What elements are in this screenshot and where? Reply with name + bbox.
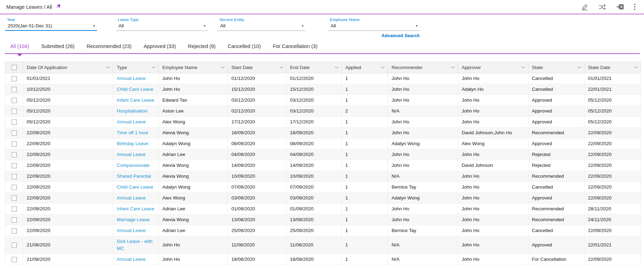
leave-type-link[interactable]: Sick Leave - with MC [117, 239, 152, 251]
leave-type-link[interactable]: Annual Leave [117, 195, 146, 201]
leave-type-link[interactable]: Annual Leave [117, 152, 146, 157]
row-checkbox[interactable] [12, 257, 17, 262]
leave-type-filter-value: All [118, 23, 124, 28]
col-applied[interactable]: Applied [342, 62, 388, 73]
leave-type-link[interactable]: Infant Care Leave [117, 97, 154, 103]
shuffle-icon[interactable] [598, 4, 606, 10]
cell-applied: 1 [342, 204, 388, 215]
leave-type-link[interactable]: Annual Leave [117, 76, 146, 81]
column-menu-icon[interactable] [221, 66, 225, 69]
column-menu-icon[interactable] [279, 66, 283, 69]
cell-state-date: 22/01/2021 [584, 84, 641, 95]
col-approver[interactable]: Approver [458, 62, 528, 73]
cell-end-date: 01/12/2020 [286, 73, 342, 84]
column-menu-icon[interactable] [577, 66, 581, 69]
row-checkbox[interactable] [12, 87, 17, 92]
row-checkbox[interactable] [12, 163, 17, 168]
tab-cancelled[interactable]: Cancelled (10) [227, 40, 261, 53]
chevron-down-icon[interactable]: ▾ [416, 24, 418, 28]
leave-type-link[interactable]: Compassionate [117, 163, 150, 168]
col-state[interactable]: State [528, 62, 584, 73]
cell-start-date: 18/08/2020 [228, 254, 286, 265]
row-checkbox[interactable] [12, 206, 17, 212]
cell-date-of-application: 22/09/2020 [23, 138, 113, 149]
row-checkbox[interactable] [12, 76, 17, 81]
cell-applied: 1 [342, 73, 388, 84]
tab-recommended[interactable]: Recommended (23) [86, 40, 132, 53]
row-checkbox[interactable] [12, 217, 17, 223]
cell-applied: 1 [342, 128, 388, 138]
cell-end-date: 17/12/2020 [286, 117, 342, 128]
row-checkbox[interactable] [12, 243, 17, 248]
leave-type-link[interactable]: Time off 1 hour [117, 130, 148, 135]
table-row: 22/09/2020Annual LeaveAdrian Lee25/09/20… [5, 225, 641, 236]
row-select-cell [5, 193, 23, 204]
row-checkbox[interactable] [12, 174, 17, 179]
chevron-down-icon[interactable]: ▾ [204, 24, 205, 28]
col-start-date[interactable]: Start Date [228, 62, 286, 73]
col-employee-name[interactable]: Employee Name [159, 62, 228, 73]
chevron-down-icon[interactable]: ▾ [93, 24, 95, 28]
row-checkbox[interactable] [12, 109, 17, 114]
row-checkbox[interactable] [12, 196, 17, 201]
row-checkbox[interactable] [12, 130, 17, 136]
chevron-down-icon[interactable]: ▾ [302, 24, 304, 28]
cell-applied: 1 [342, 182, 388, 193]
column-menu-icon[interactable] [451, 66, 455, 69]
row-checkbox[interactable] [12, 98, 17, 103]
leave-type-link[interactable]: Marriage Leave [117, 217, 150, 222]
leave-type-link[interactable]: Shared Parental [117, 174, 151, 179]
cell-start-date: 15/12/2020 [228, 84, 286, 95]
tab-all[interactable]: All (104) [9, 40, 30, 53]
cell-date-of-application: 22/09/2020 [23, 128, 113, 138]
tab-submitted[interactable]: Submitted (26) [40, 40, 75, 53]
col-recommender[interactable]: Recommender [388, 62, 458, 73]
col-state-date[interactable]: State Date [584, 62, 641, 73]
column-menu-icon[interactable] [152, 66, 156, 69]
pin-icon[interactable] [55, 3, 61, 11]
leave-type-link[interactable]: Infant Care Leave [117, 206, 154, 211]
export-to-excel-icon[interactable] [616, 4, 624, 10]
col-end-date[interactable]: End Date [286, 62, 342, 73]
column-menu-icon[interactable] [381, 66, 385, 69]
cell-end-date: 07/09/2020 [286, 182, 342, 193]
tab-rejected[interactable]: Rejected (9) [187, 40, 216, 53]
column-menu-icon[interactable] [106, 66, 110, 69]
leave-type-link[interactable]: Child Care Leave [117, 87, 153, 92]
row-checkbox[interactable] [12, 141, 17, 147]
leave-type-link[interactable]: Birthday Leave [117, 141, 148, 146]
cell-approver: David Johnson [458, 160, 528, 171]
tab-for-cancellation[interactable]: For Cancellation (3) [272, 40, 318, 53]
row-checkbox[interactable] [12, 185, 17, 190]
service-entity-filter[interactable]: Service Entity All ▾ [217, 18, 306, 31]
edit-icon[interactable] [581, 4, 589, 11]
advanced-search-link[interactable]: Advanced Search [328, 33, 420, 38]
cell-state-date: 22/09/2020 [584, 225, 641, 236]
column-menu-icon[interactable] [634, 66, 638, 69]
cell-date-of-application: 10/12/2020 [23, 84, 113, 95]
row-checkbox[interactable] [12, 152, 17, 157]
leave-type-link[interactable]: Annual Leave [117, 119, 146, 124]
column-menu-icon[interactable] [335, 66, 339, 69]
table-row: 22/09/2020Child Care LeaveAdalyn Wong07/… [5, 182, 641, 193]
cell-approver: John Ho [458, 236, 528, 254]
row-checkbox[interactable] [12, 228, 17, 233]
row-checkbox[interactable] [12, 120, 17, 125]
cell-date-of-application: 05/12/2020 [23, 117, 113, 128]
column-menu-icon[interactable] [521, 66, 525, 69]
year-filter[interactable]: Year 2020(Jan 01-Dec 31) ▾ [5, 18, 97, 31]
leave-type-link[interactable]: Hospitalisation [117, 108, 148, 114]
employee-name-filter[interactable]: Employee Name All ▾ [328, 18, 420, 31]
leave-type-link[interactable]: Annual Leave [117, 257, 146, 262]
table-row: 22/09/2020CompassionateAlevia Wong14/09/… [5, 160, 641, 171]
more-menu-icon[interactable] [634, 4, 636, 10]
select-all-checkbox[interactable] [12, 65, 17, 70]
cell-employee-name: Adrian Lee [159, 149, 228, 160]
leave-type-link[interactable]: Child Care Leave [117, 184, 153, 190]
leave-type-link[interactable]: Annual Leave [117, 228, 146, 233]
col-date-of-application[interactable]: Date Of Application [23, 62, 113, 73]
col-type[interactable]: Type [113, 62, 159, 73]
tab-approved[interactable]: Approved (33) [143, 40, 177, 53]
service-entity-filter-label: Service Entity [217, 18, 306, 22]
leave-type-filter[interactable]: Leave Type All ▾ [116, 18, 208, 31]
